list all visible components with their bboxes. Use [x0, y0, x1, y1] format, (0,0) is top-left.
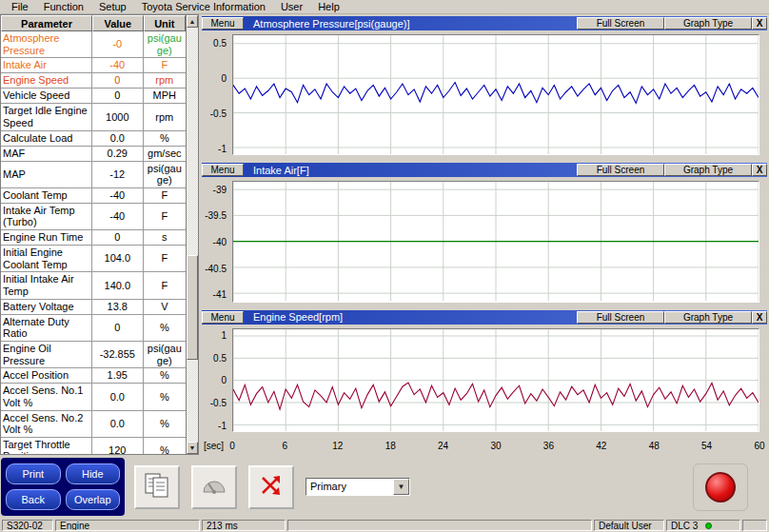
data-list-icon	[143, 471, 171, 502]
table-row[interactable]: Battery Voltage13.8V	[1, 300, 186, 315]
chart-plot[interactable]	[232, 328, 759, 432]
chart-panel-intake-air: Menu Intake Air[F] Full Screen Graph Typ…	[202, 163, 767, 309]
cell-unit: %	[144, 315, 187, 341]
table-row[interactable]: Vehicle Speed0MPH	[1, 89, 186, 104]
table-row[interactable]: Coolant Temp-40F	[1, 188, 186, 204]
table-row[interactable]: Alternate Duty Ratio0%	[1, 315, 186, 342]
cell-unit: %	[144, 438, 187, 454]
table-row[interactable]: Engine Speed0rpm	[1, 73, 186, 89]
header-parameter[interactable]: Parameter	[1, 15, 92, 31]
chart-plot[interactable]	[232, 34, 759, 155]
cell-unit: MPH	[144, 89, 187, 103]
swap-arrows-icon	[257, 471, 286, 502]
print-button[interactable]: Print	[6, 463, 61, 484]
chart-menu-button[interactable]: Menu	[202, 17, 244, 30]
hide-button[interactable]: Hide	[66, 463, 121, 484]
header-value[interactable]: Value	[92, 15, 143, 31]
cell-unit: F	[144, 188, 187, 203]
view-select[interactable]: Primary ▼	[306, 478, 410, 496]
table-row[interactable]: MAF0.29gm/sec	[1, 147, 186, 162]
table-scrollbar[interactable]: ▲ ▼	[186, 15, 198, 454]
graph-type-button[interactable]: Graph Type	[664, 311, 752, 324]
cell-parameter: Intake Air	[1, 58, 92, 72]
close-icon[interactable]: X	[752, 311, 767, 324]
graph-type-button[interactable]: Graph Type	[664, 164, 752, 176]
close-icon[interactable]: X	[752, 164, 767, 176]
cell-parameter: Atmosphere Pressure	[1, 31, 92, 57]
cell-parameter: Calculate Load	[1, 131, 92, 146]
table-row[interactable]: Engine Oil Pressure-32.855psi(gauge)	[1, 342, 186, 368]
table-row[interactable]: Atmosphere Pressure-0psi(gauge)	[1, 31, 186, 58]
y-tick-label: -1	[218, 144, 227, 154]
cell-unit: F	[144, 58, 187, 72]
menu-setup[interactable]: Setup	[91, 0, 134, 13]
header-unit[interactable]: Unit	[144, 15, 187, 31]
full-screen-button[interactable]: Full Screen	[577, 164, 664, 176]
cell-value: -40	[92, 188, 143, 203]
cell-parameter: Battery Voltage	[1, 300, 92, 314]
table-row[interactable]: MAP-12psi(gauge)	[1, 162, 186, 188]
table-row[interactable]: Intake Air-40F	[1, 58, 186, 73]
cell-parameter: Coolant Temp	[1, 188, 92, 203]
scroll-up-icon[interactable]: ▲	[187, 15, 198, 28]
scrollbar-track[interactable]	[187, 28, 198, 442]
scroll-down-icon[interactable]: ▼	[187, 442, 198, 454]
table-row[interactable]: Accel Position1.95%	[1, 368, 186, 384]
chart-menu-button[interactable]: Menu	[202, 164, 244, 176]
scrollbar-thumb[interactable]	[187, 255, 198, 360]
menu-file[interactable]: File	[4, 0, 36, 13]
table-row[interactable]: Accel Sens. No.1 Volt %0.0%	[1, 384, 186, 410]
full-screen-button[interactable]: Full Screen	[577, 311, 664, 324]
cell-unit: F	[144, 246, 187, 271]
menu-user[interactable]: User	[273, 0, 310, 13]
back-button[interactable]: Back	[6, 489, 61, 510]
cell-value: 0	[92, 315, 143, 341]
chart-titlebar: Menu Atmosphere Pressure[psi(gauge)] Ful…	[202, 16, 767, 30]
cell-parameter: MAF	[1, 147, 92, 161]
cell-value: 13.8	[92, 300, 143, 314]
cell-parameter: Target Throttle Position	[1, 438, 92, 454]
swap-button[interactable]	[248, 465, 294, 509]
table-row[interactable]: Intake Air Temp (Turbo)-40F	[1, 204, 186, 230]
graph-type-button[interactable]: Graph Type	[664, 17, 752, 30]
chart-menu-button[interactable]: Menu	[202, 311, 244, 324]
cell-value: -40	[92, 204, 143, 229]
status-system: Engine	[55, 520, 200, 531]
menu-help[interactable]: Help	[310, 0, 347, 13]
chevron-down-icon[interactable]: ▼	[393, 479, 409, 495]
table-row[interactable]: Initial Engine Coolant Temp104.0F	[1, 246, 186, 272]
table-row[interactable]: Calculate Load0.0%	[1, 131, 186, 147]
table-row[interactable]: Target Idle Engine Speed1000rpm	[1, 104, 186, 130]
status-user: Default User	[594, 520, 664, 531]
table-row[interactable]: Accel Sens. No.2 Volt %0.0%	[1, 411, 186, 438]
charts-area: Menu Atmosphere Pressure[psi(gauge)] Ful…	[199, 14, 769, 455]
status-spacer	[287, 520, 592, 531]
status-connection-label: DLC 3	[671, 521, 698, 531]
cell-parameter: Engine Speed	[1, 73, 92, 88]
x-tick-label: 24	[438, 441, 448, 451]
cell-value: 0.29	[92, 147, 143, 161]
table-row[interactable]: Engine Run Time0s	[1, 230, 186, 246]
table-row[interactable]: Initial Intake Air Temp140.0F	[1, 272, 186, 299]
x-tick-label: 6	[283, 441, 288, 451]
data-list-button[interactable]	[134, 465, 180, 509]
overlap-button[interactable]: Overlap	[66, 489, 121, 510]
cell-unit: %	[144, 384, 187, 409]
full-screen-button[interactable]: Full Screen	[577, 17, 664, 30]
y-tick-label: -40	[213, 237, 227, 247]
gauge-button[interactable]	[191, 465, 237, 509]
close-icon[interactable]: X	[752, 17, 767, 30]
cell-parameter: Target Idle Engine Speed	[1, 104, 92, 129]
menu-toyota-service-information[interactable]: Toyota Service Information	[134, 0, 273, 13]
cell-unit: psi(gauge)	[144, 162, 187, 187]
cell-parameter: Engine Run Time	[1, 230, 92, 245]
y-tick-label: -0.5	[210, 398, 227, 408]
chart-titlebar: Menu Engine Speed[rpm] Full Screen Graph…	[202, 310, 767, 325]
table-row[interactable]: Target Throttle Position120%	[1, 438, 186, 454]
cell-unit: %	[144, 411, 187, 437]
status-interval: 213 ms	[202, 520, 286, 531]
menu-function[interactable]: Function	[36, 0, 91, 13]
record-button[interactable]	[705, 472, 736, 502]
cell-value: 120	[92, 438, 143, 454]
chart-plot[interactable]	[232, 181, 759, 302]
